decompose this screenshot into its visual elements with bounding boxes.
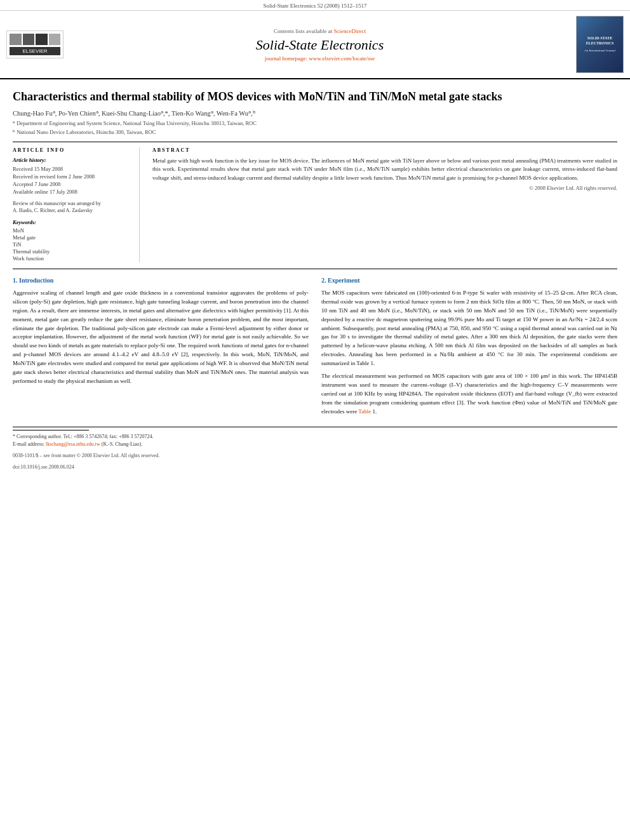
table-link[interactable]: Table: [358, 408, 371, 415]
revised-date: Received in revised form 2 June 2008: [13, 173, 131, 180]
citation-text: Solid-State Electronics 52 (2008) 1512–1…: [264, 3, 367, 9]
experiment-text2: The electrical measurement was performed…: [321, 372, 617, 417]
experiment-text1: The MOS capacitors were fabricated on (1…: [321, 289, 617, 368]
journal-center: Contents lists available at ScienceDirec…: [70, 28, 570, 62]
abstract-col: ABSTRACT Metal gate with high work funct…: [152, 147, 617, 262]
experiment-text2-cont: 1.: [372, 408, 377, 415]
corresponding-note: * Corresponding author. Tel.: +886 3 574…: [13, 433, 617, 441]
homepage-url[interactable]: www.elsevier.com/locate/sse: [309, 55, 375, 62]
keyword-3: TiN: [13, 241, 131, 248]
journal-header: ELSEVIER Contents lists available at Sci…: [0, 11, 630, 79]
sciencedirect-link[interactable]: ScienceDirect: [334, 28, 366, 34]
accepted-date: Accepted 7 June 2008: [13, 181, 131, 187]
experiment-title: 2. Experiment: [321, 276, 617, 286]
received-date: Received 15 May 2008: [13, 166, 131, 172]
journal-homepage: journal homepage: www.elsevier.com/locat…: [70, 55, 570, 62]
cover-image: SOLID-STATEELECTRONICS An International …: [576, 16, 624, 73]
experiment-col: 2. Experiment The MOS capacitors were fa…: [321, 276, 617, 420]
copyright-line: © 2008 Elsevier Ltd. All rights reserved…: [152, 185, 617, 191]
affiliations: ᵃ Department of Engineering and System S…: [13, 119, 617, 137]
keyword-5: Work function: [13, 255, 131, 262]
cover-subtitle: An International Journal: [584, 49, 615, 53]
sciencedirect-line: Contents lists available at ScienceDirec…: [70, 28, 570, 34]
affil-1: ᵃ Department of Engineering and System S…: [13, 119, 617, 128]
abstract-text: Metal gate with high work function is th…: [152, 157, 617, 183]
elsevier-logo: ELSEVIER: [6, 30, 64, 58]
article-title: Characteristics and thermal stability of…: [13, 90, 617, 104]
journal-name: Solid-State Electronics: [70, 37, 570, 53]
main-content: Characteristics and thermal stability of…: [0, 79, 630, 477]
keyword-1: MoN: [13, 227, 131, 234]
intro-text: Aggressive scaling of channel length and…: [13, 289, 309, 386]
intro-title: 1. Introduction: [13, 276, 309, 286]
info-abstract-section: Article Info Article history: Received 1…: [13, 142, 617, 262]
footnote-section: * Corresponding author. Tel.: +886 3 574…: [13, 427, 617, 471]
affil-2: ᵇ National Nano Device Laboratories, Hsi…: [13, 128, 617, 137]
citation-bar: Solid-State Electronics 52 (2008) 1512–1…: [0, 0, 630, 11]
keyword-4: Thermal stability: [13, 248, 131, 255]
email-link[interactable]: lkschang@esa.nthu.edu.tw: [46, 441, 100, 447]
body-section: 1. Introduction Aggressive scaling of ch…: [13, 269, 617, 420]
article-info-col: Article Info Article history: Received 1…: [13, 147, 140, 262]
review-note: Review of this manuscript was arranged b…: [13, 200, 131, 214]
doi-line: doi:10.1016/j.sse.2008.06.024: [13, 463, 617, 471]
cover-title: SOLID-STATEELECTRONICS: [586, 36, 614, 46]
email-note: E-mail address: lkschang@esa.nthu.edu.tw…: [13, 441, 617, 448]
online-date: Available online 17 July 2008: [13, 189, 131, 195]
abstract-heading: ABSTRACT: [152, 147, 617, 153]
authors-text: Chung-Hao Fuᵃ, Po-Yen Chienᵃ, Kuei-Shu C…: [13, 110, 256, 117]
authors-line: Chung-Hao Fuᵃ, Po-Yen Chienᵃ, Kuei-Shu C…: [13, 109, 617, 117]
footnote-divider: [13, 430, 89, 430]
history-label: Article history:: [13, 157, 131, 163]
intro-col: 1. Introduction Aggressive scaling of ch…: [13, 276, 309, 420]
journal-cover: SOLID-STATEELECTRONICS An International …: [576, 16, 624, 73]
elsevier-label: ELSEVIER: [10, 47, 60, 55]
keywords-label: Keywords:: [13, 219, 131, 225]
issn-line: 0038-1101/$ – see front matter © 2008 El…: [13, 452, 617, 460]
article-info-heading: Article Info: [13, 147, 131, 153]
keyword-2: Metal gate: [13, 234, 131, 241]
